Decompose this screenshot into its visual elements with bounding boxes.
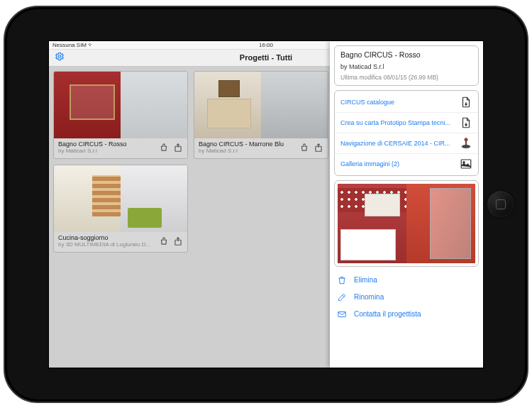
detail-meta: Ultima modifica 08/01/15 (26.99 MB) bbox=[340, 74, 472, 81]
ipad-frame: Nessuna SIM ᯤ 16:00 98% Progetti - Tutti… bbox=[4, 6, 528, 403]
project-thumbnail bbox=[194, 72, 328, 138]
detail-preview-card[interactable] bbox=[334, 180, 479, 267]
detail-panel: Bagno CIRCUS - Rosso by Maticad S.r.l Ul… bbox=[330, 41, 483, 368]
status-time: 16:00 bbox=[259, 42, 273, 48]
detail-actions: Elimina Rinomina Contatta il progettista bbox=[334, 271, 479, 324]
delete-button[interactable]: Elimina bbox=[337, 275, 476, 285]
mail-icon bbox=[337, 309, 347, 319]
project-card[interactable]: Cucina-soggiorno by 3D MULTIMEDIA di Log… bbox=[53, 165, 188, 253]
share-icon[interactable] bbox=[314, 143, 323, 155]
detail-header-card: Bagno CIRCUS - Rosso by Maticad S.r.l Ul… bbox=[334, 45, 479, 86]
joystick-icon bbox=[460, 137, 472, 150]
like-icon[interactable] bbox=[159, 143, 169, 155]
screen: Nessuna SIM ᯤ 16:00 98% Progetti - Tutti… bbox=[48, 40, 484, 368]
svg-point-7 bbox=[465, 138, 468, 141]
trash-icon bbox=[337, 275, 347, 285]
rename-button[interactable]: Rinomina bbox=[337, 292, 476, 302]
image-icon bbox=[460, 158, 472, 170]
project-card[interactable]: Bagno CIRCUS - Marrone Blu by Maticad S.… bbox=[194, 71, 328, 159]
svg-point-0 bbox=[58, 55, 61, 58]
status-left: Nessuna SIM ᯤ bbox=[52, 42, 94, 48]
detail-links-card: CIRCUS catalogue Crea su carta Prototipo… bbox=[334, 90, 479, 176]
share-icon[interactable] bbox=[173, 143, 183, 155]
project-thumbnail bbox=[54, 72, 187, 138]
pdf-icon bbox=[460, 96, 472, 109]
detail-link-galleria[interactable]: Galleria immagini (2) bbox=[335, 154, 478, 174]
project-card[interactable]: Bagno CIRCUS - Rosso by Maticad S.r.l bbox=[53, 71, 188, 159]
contact-button[interactable]: Contatta il progettista bbox=[337, 309, 476, 319]
pdf-icon bbox=[460, 116, 472, 129]
detail-link-navigazione[interactable]: Navigazione di CERSAIE 2014 - CIR... bbox=[335, 133, 478, 154]
detail-preview-image bbox=[338, 184, 475, 263]
svg-rect-10 bbox=[338, 311, 346, 316]
share-icon[interactable] bbox=[173, 236, 183, 249]
project-thumbnail bbox=[54, 165, 187, 232]
home-button[interactable] bbox=[487, 191, 514, 218]
gear-icon[interactable] bbox=[55, 52, 65, 64]
like-icon[interactable] bbox=[159, 236, 169, 249]
detail-link-catalogue[interactable]: CIRCUS catalogue bbox=[335, 92, 478, 113]
svg-point-9 bbox=[463, 161, 465, 162]
edit-icon bbox=[337, 292, 347, 302]
detail-author: by Maticad S.r.l bbox=[340, 63, 472, 70]
like-icon[interactable] bbox=[299, 143, 309, 155]
nav-title: Progetti - Tutti bbox=[240, 53, 292, 62]
detail-link-prototipo[interactable]: Crea su carta Prototipo Stampa tecni... bbox=[335, 113, 478, 133]
detail-title: Bagno CIRCUS - Rosso bbox=[340, 50, 472, 59]
